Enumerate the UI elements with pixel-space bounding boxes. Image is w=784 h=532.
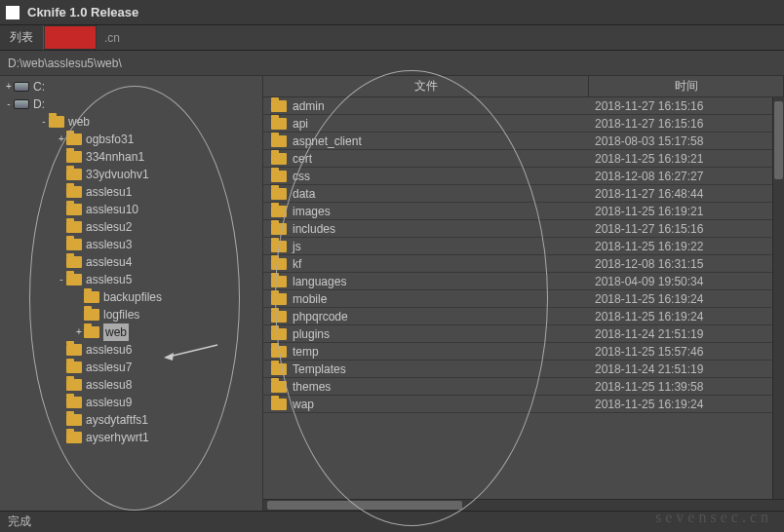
scrollbar-thumb[interactable]	[774, 101, 783, 179]
list-item[interactable]: wap2018-11-25 16:19:24	[263, 396, 784, 413]
titlebar: Cknife 1.0 Release	[0, 0, 784, 25]
tab-list[interactable]: 列表	[0, 25, 44, 50]
tree-folder-backupfiles[interactable]: backupfiles	[0, 288, 262, 306]
folder-icon	[271, 363, 287, 375]
expander-icon[interactable]: +	[57, 131, 66, 148]
folder-tree[interactable]: +C:-D:-web+ogbsfo31334nnhan133ydvuohv1as…	[0, 76, 262, 448]
tree-label: asslesu9	[86, 394, 132, 411]
list-item[interactable]: mobile2018-11-25 16:19:24	[263, 290, 784, 308]
folder-icon	[66, 397, 82, 408]
tree-folder-asslesu10[interactable]: asslesu10	[0, 201, 262, 218]
cell-time: 2018-11-25 15:57:46	[589, 345, 784, 359]
tree-drive-d[interactable]: -D:	[0, 95, 262, 113]
cell-name: admin	[263, 99, 589, 113]
tree-folder-asslesu1[interactable]: asslesu1	[0, 183, 262, 201]
drive-icon	[14, 82, 29, 92]
list-item[interactable]: includes2018-11-27 16:15:16	[263, 220, 784, 238]
folder-icon	[66, 151, 82, 163]
tree-folder-asslesu6[interactable]: asslesu6	[0, 341, 262, 359]
cell-name: kf	[263, 257, 589, 271]
file-list[interactable]: admin2018-11-27 16:15:16api2018-11-27 16…	[263, 97, 784, 413]
file-name: data	[293, 187, 315, 201]
tree-folder-asslesu4[interactable]: asslesu4	[0, 253, 262, 271]
folder-icon	[84, 291, 99, 303]
list-item[interactable]: themes2018-11-25 11:39:58	[263, 378, 784, 396]
tree-label: web	[103, 323, 129, 341]
list-header: 文件 时间	[263, 76, 784, 97]
list-item[interactable]: admin2018-11-27 16:15:16	[263, 97, 784, 115]
list-item[interactable]: plugins2018-11-24 21:51:19	[263, 325, 784, 343]
tree-label: ogbsfo31	[86, 131, 134, 148]
list-item[interactable]: js2018-11-25 16:19:22	[263, 238, 784, 255]
tab-list-label: 列表	[10, 29, 33, 46]
file-name: css	[293, 170, 310, 183]
file-name: mobile	[293, 292, 327, 306]
tree-label: C:	[33, 78, 45, 95]
folder-icon	[66, 169, 82, 180]
scrollbar-thumb[interactable]	[267, 501, 462, 510]
tree-folder-web[interactable]: +web	[0, 323, 262, 341]
list-item[interactable]: kf2018-12-08 16:31:15	[263, 255, 784, 273]
tree-folder-asslesu5[interactable]: -asslesu5	[0, 271, 262, 288]
tree-drive-c[interactable]: +C:	[0, 78, 262, 95]
tree-folder-aysdytaftfs1[interactable]: aysdytaftfs1	[0, 411, 262, 429]
folder-icon	[66, 256, 82, 268]
cell-time: 2018-11-24 21:51:19	[589, 362, 784, 376]
list-item[interactable]: phpqrcode2018-11-25 16:19:24	[263, 308, 784, 325]
tree-label: aysdytaftfs1	[86, 411, 148, 429]
tree-folder-asslesu2[interactable]: asslesu2	[0, 218, 262, 236]
tree-folder-asslesu9[interactable]: asslesu9	[0, 394, 262, 411]
list-item[interactable]: Templates2018-11-24 21:51:19	[263, 361, 784, 378]
expander-icon[interactable]: -	[39, 113, 49, 131]
list-item[interactable]: temp2018-11-25 15:57:46	[263, 343, 784, 361]
tree-folder-logfiles[interactable]: logfiles	[0, 306, 262, 323]
tree-folder-ogbsfo31[interactable]: +ogbsfo31	[0, 131, 262, 148]
folder-icon	[271, 118, 287, 130]
list-item[interactable]: data2018-11-27 16:48:44	[263, 185, 784, 203]
expander-icon[interactable]: +	[4, 78, 14, 95]
path-text: D:\web\asslesu5\web\	[8, 57, 122, 70]
list-item[interactable]: cert2018-11-25 16:19:21	[263, 150, 784, 168]
list-item[interactable]: languages2018-04-09 19:50:34	[263, 273, 784, 290]
tree-label: web	[68, 113, 90, 131]
cell-name: css	[263, 170, 589, 183]
cell-name: plugins	[263, 327, 589, 341]
tab-domain[interactable]	[44, 25, 97, 50]
folder-icon	[271, 100, 287, 112]
expander-icon[interactable]: -	[4, 95, 14, 113]
tree-folder-web[interactable]: -web	[0, 113, 262, 131]
tree-folder-334nnhan1[interactable]: 334nnhan1	[0, 148, 262, 166]
list-item[interactable]: images2018-11-25 16:19:21	[263, 203, 784, 220]
window-title: Cknife 1.0 Release	[27, 5, 138, 19]
list-item[interactable]: css2018-12-08 16:27:27	[263, 168, 784, 185]
col-time[interactable]: 时间	[589, 76, 784, 96]
cell-name: js	[263, 240, 589, 253]
cell-time: 2018-11-25 16:19:21	[589, 152, 784, 166]
folder-icon	[66, 344, 82, 356]
list-item[interactable]: api2018-11-27 16:15:16	[263, 115, 784, 133]
tree-label: asslesu8	[86, 376, 132, 394]
pathbar[interactable]: D:\web\asslesu5\web\	[0, 51, 784, 76]
folder-icon	[271, 311, 287, 323]
tree-folder-asslesu3[interactable]: asslesu3	[0, 236, 262, 253]
tree-label: asslesu1	[86, 183, 132, 201]
vertical-scrollbar[interactable]	[772, 97, 784, 511]
folder-icon	[271, 135, 287, 147]
folder-icon	[271, 241, 287, 252]
main-split: +C:-D:-web+ogbsfo31334nnhan133ydvuohv1as…	[0, 76, 784, 511]
col-name[interactable]: 文件	[263, 76, 589, 96]
tree-folder-asslesu7[interactable]: asslesu7	[0, 359, 262, 376]
tree-folder-asslesu8[interactable]: asslesu8	[0, 376, 262, 394]
file-name: includes	[293, 222, 335, 236]
tree-folder-33ydvuohv1[interactable]: 33ydvuohv1	[0, 166, 262, 183]
cell-time: 2018-11-27 16:15:16	[589, 99, 784, 113]
expander-icon[interactable]: -	[57, 271, 66, 288]
horizontal-scrollbar[interactable]	[263, 499, 784, 511]
tree-folder-ayserhywrt1[interactable]: ayserhywrt1	[0, 429, 262, 446]
cell-time: 2018-08-03 15:17:58	[589, 134, 784, 148]
list-item[interactable]: aspnet_client2018-08-03 15:17:58	[263, 133, 784, 150]
cell-time: 2018-11-25 16:19:24	[589, 398, 784, 411]
tree-label: asslesu3	[86, 236, 132, 253]
expander-icon[interactable]: +	[74, 323, 84, 341]
cell-time: 2018-12-08 16:27:27	[589, 170, 784, 183]
